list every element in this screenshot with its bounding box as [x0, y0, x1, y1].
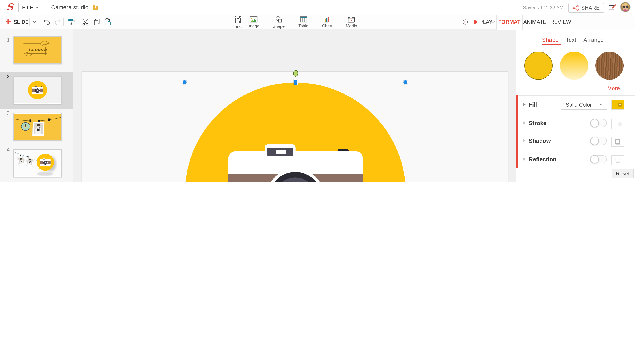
fill-label: Fill [529, 101, 537, 108]
reset-button[interactable]: Reset [612, 169, 634, 178]
more-styles-link[interactable]: More... [607, 86, 624, 92]
avatar[interactable] [620, 2, 630, 12]
stroke-label: Stroke [529, 120, 546, 126]
chevron-down-icon [35, 6, 39, 10]
app-logo: S [7, 1, 13, 12]
selection-box[interactable] [184, 82, 406, 182]
play-button[interactable] [473, 14, 479, 29]
tab-animate[interactable]: ANIMATE [522, 14, 548, 29]
style-preset-solid[interactable] [524, 52, 552, 80]
slide-thumbnail-4[interactable]: 4 [0, 146, 73, 182]
subtab-active-underline [541, 44, 561, 45]
shadow-label: Shadow [529, 138, 551, 144]
rotation-handle[interactable] [293, 70, 298, 77]
app-window: S FILE Camera studio Saved at 11:32 AM S… [0, 0, 635, 182]
insert-text-label: Text [234, 24, 242, 29]
insert-shape-label: Shape [273, 24, 285, 29]
add-slide-button[interactable] [4, 14, 12, 29]
scissors-icon [82, 18, 89, 25]
reflection-icon [615, 157, 621, 163]
redo-button[interactable] [53, 14, 62, 29]
slide-number: 4 [2, 147, 10, 153]
top-bar: S FILE Camera studio Saved at 11:32 AM S… [0, 0, 635, 15]
shadow-options-chip[interactable] [611, 136, 624, 147]
style-preset-gradient[interactable] [560, 52, 588, 80]
play-options-dropdown[interactable] [489, 14, 496, 29]
tab-review[interactable]: REVIEW [548, 14, 573, 29]
slide-thumbnail-2[interactable]: 2 [0, 72, 73, 109]
insert-image-label: Image [248, 23, 260, 28]
reflection-label: Reflection [529, 156, 556, 162]
document-title[interactable]: Camera studio [51, 4, 89, 10]
format-panel: Shape Text Arrange More... Fill Solid Co… [516, 29, 635, 182]
reflection-toggle[interactable] [590, 155, 607, 164]
format-painter-button[interactable] [67, 14, 76, 29]
insert-shape-tool[interactable]: Shape [269, 14, 289, 29]
text-tool-icon: T [234, 16, 241, 23]
add-slide-label[interactable]: SLIDE [13, 14, 29, 29]
subtab-text[interactable]: Text [566, 35, 576, 44]
table-tool-icon [300, 16, 307, 23]
stroke-color-chip[interactable]: ▾ [611, 119, 624, 129]
shadow-toggle[interactable] [590, 136, 607, 145]
style-preset-wood[interactable] [595, 52, 623, 80]
fill-color-dropdown[interactable]: ▾ [618, 102, 622, 107]
section-accent-rail [516, 95, 517, 168]
fill-type-select[interactable]: Solid Color [561, 100, 607, 110]
insert-chart-tool[interactable]: Chart [317, 14, 337, 29]
stroke-color-dropdown[interactable]: ▾ [618, 122, 622, 126]
subtab-shape[interactable]: Shape [542, 35, 558, 44]
slide-number: 2 [2, 74, 10, 80]
insert-image-tool[interactable]: Image [243, 14, 264, 29]
slide-number: 1 [2, 37, 10, 43]
undo-button[interactable] [42, 14, 51, 29]
play-icon [473, 19, 478, 25]
copy-button[interactable] [92, 14, 101, 29]
fill-color-chip[interactable]: ▾ [611, 100, 624, 110]
file-menu-button[interactable]: FILE [18, 3, 43, 12]
stroke-expander-icon[interactable] [522, 121, 526, 125]
toolbar: SLIDE [0, 14, 635, 30]
chevron-down-icon [32, 20, 37, 24]
media-tool-icon [347, 16, 355, 23]
cut-button[interactable] [81, 14, 90, 29]
insert-table-label: Table [298, 23, 308, 28]
stroke-toggle[interactable] [590, 119, 607, 127]
handle-top-left[interactable] [182, 80, 187, 84]
slide-thumbnail-1[interactable]: 1 Camera [0, 36, 73, 72]
chevron-down-icon [599, 103, 603, 107]
file-menu-label: FILE [22, 5, 33, 10]
feedback-icon[interactable] [608, 3, 617, 12]
redo-icon [54, 18, 61, 25]
slide-1-preview: Camera [14, 37, 61, 63]
shadow-icon [615, 138, 621, 145]
slide-panel: 1 Camera 2 3 [0, 29, 73, 182]
insert-chart-label: Chart [322, 23, 332, 28]
reflection-options-chip[interactable] [611, 155, 624, 165]
slide-3-preview [14, 114, 61, 140]
share-button[interactable]: SHARE [568, 3, 604, 13]
insert-media-label: Media [346, 23, 357, 28]
paste-button[interactable] [103, 14, 112, 29]
handle-top-right[interactable] [403, 80, 408, 84]
copy-icon [93, 18, 100, 25]
chevron-down-icon [491, 20, 495, 24]
slide-layout-dropdown[interactable] [31, 14, 38, 29]
fill-expander-icon[interactable] [522, 102, 526, 107]
folder-save-icon[interactable] [92, 4, 99, 10]
subtab-arrange[interactable]: Arrange [583, 35, 604, 44]
shape-tool-icon [275, 16, 282, 23]
image-tool-icon [250, 16, 258, 23]
svg-text:T: T [236, 18, 239, 22]
slideshow-settings-button[interactable] [461, 14, 470, 29]
svg-text:Camera: Camera [28, 47, 47, 52]
insert-table-tool[interactable]: Table [293, 14, 314, 29]
reflection-expander-icon[interactable] [522, 157, 526, 161]
shadow-expander-icon[interactable] [522, 138, 526, 143]
insert-media-tool[interactable]: Media [341, 14, 362, 29]
share-icon [573, 5, 579, 11]
tab-format[interactable]: FORMAT [496, 14, 522, 30]
canvas-workspace[interactable] [73, 29, 516, 182]
slide-thumbnail-3[interactable]: 3 [0, 109, 73, 146]
handle-top-middle[interactable] [293, 79, 297, 85]
